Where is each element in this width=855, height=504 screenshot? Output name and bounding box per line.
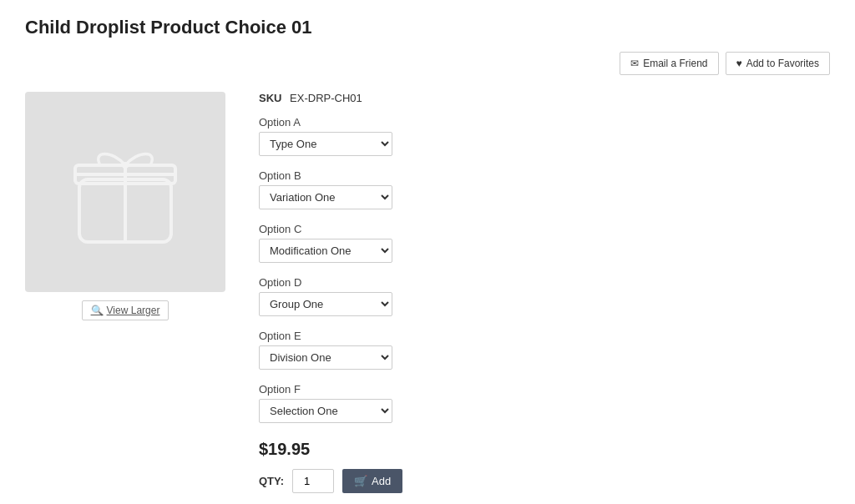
add-favorites-button[interactable]: ♥ Add to Favorites [726, 52, 831, 75]
option-label-option-a: Option A [259, 116, 610, 129]
option-select-option-a[interactable]: Type OneType TwoType Three [259, 132, 392, 156]
option-group-option-e: Option EDivision OneDivision TwoDivision… [259, 330, 610, 370]
sku-label: SKU [259, 92, 281, 104]
product-image [25, 92, 225, 292]
top-actions: ✉ Email a Friend ♥ Add to Favorites [25, 52, 830, 75]
option-label-option-e: Option E [259, 330, 610, 342]
option-label-option-c: Option C [259, 223, 610, 235]
qty-add-row: QTY: 🛒 Add [259, 469, 610, 493]
option-select-option-f[interactable]: Selection OneSelection TwoSelection Thre… [259, 399, 392, 423]
option-select-option-d[interactable]: Group OneGroup TwoGroup Three [259, 292, 392, 316]
add-button-label: Add [372, 475, 391, 487]
page-title: Child Droplist Product Choice 01 [25, 17, 830, 38]
sku-row: SKU EX-DRP-CH01 [259, 92, 610, 104]
option-select-option-e[interactable]: Division OneDivision TwoDivision Three [259, 345, 392, 370]
email-icon: ✉ [630, 58, 639, 69]
price-value: $19.95 [259, 440, 310, 458]
option-label-option-b: Option B [259, 169, 610, 182]
email-friend-label: Email a Friend [643, 58, 707, 69]
gift-icon [67, 134, 184, 250]
sku-value: EX-DRP-CH01 [290, 92, 362, 104]
qty-input[interactable] [292, 469, 334, 493]
image-section: 🔍 View Larger [25, 92, 225, 320]
product-details: SKU EX-DRP-CH01 Option AType OneType Two… [259, 92, 610, 493]
heart-icon: ♥ [736, 58, 742, 69]
cart-icon: 🛒 [354, 475, 367, 487]
svg-point-4 [122, 162, 129, 169]
add-to-cart-button[interactable]: 🛒 Add [342, 469, 402, 493]
option-label-option-d: Option D [259, 276, 610, 289]
option-select-option-c[interactable]: Modification OneModification TwoModifica… [259, 239, 392, 263]
add-favorites-label: Add to Favorites [746, 58, 819, 69]
option-group-option-c: Option CModification OneModification Two… [259, 223, 610, 263]
option-label-option-f: Option F [259, 383, 610, 396]
search-zoom-icon: 🔍 [91, 305, 104, 316]
email-friend-button[interactable]: ✉ Email a Friend [620, 52, 718, 75]
view-larger-button[interactable]: 🔍 View Larger [82, 300, 169, 320]
option-select-option-b[interactable]: Variation OneVariation TwoVariation Thre… [259, 185, 392, 209]
qty-label: QTY: [259, 475, 284, 487]
option-group-option-f: Option FSelection OneSelection TwoSelect… [259, 383, 610, 423]
option-group-option-d: Option DGroup OneGroup TwoGroup Three [259, 276, 610, 316]
content-area: 🔍 View Larger SKU EX-DRP-CH01 Option ATy… [25, 92, 830, 493]
options-container: Option AType OneType TwoType ThreeOption… [259, 116, 610, 423]
view-larger-label: View Larger [107, 305, 160, 316]
price-section: $19.95 [259, 440, 610, 459]
option-group-option-b: Option BVariation OneVariation TwoVariat… [259, 169, 610, 209]
option-group-option-a: Option AType OneType TwoType Three [259, 116, 610, 156]
